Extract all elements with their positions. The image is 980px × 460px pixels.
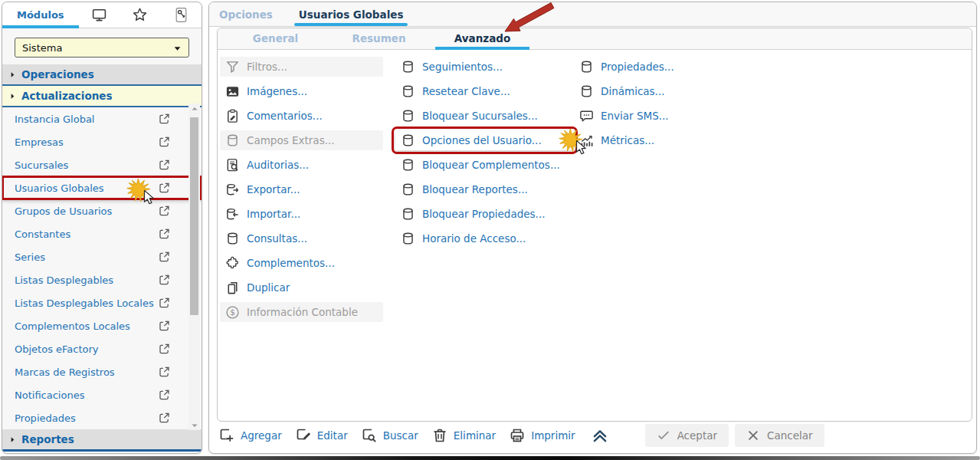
- printer-icon: [509, 427, 526, 444]
- database-icon: [225, 232, 240, 246]
- sidebar-section-header[interactable]: Operaciones: [2, 64, 202, 86]
- menu-item[interactable]: Campos Extras...: [220, 130, 383, 150]
- open-new-window-icon[interactable]: [158, 389, 171, 402]
- database-icon: [401, 60, 415, 74]
- caret-down-icon: [173, 44, 182, 52]
- menu-item[interactable]: Complementos...: [220, 253, 383, 273]
- sub-tab[interactable]: Resumen: [327, 28, 431, 49]
- sidebar-item-label: Marcas de Registros: [15, 366, 115, 378]
- sidebar-item[interactable]: Marcas de Registros: [2, 360, 202, 383]
- dialog-button[interactable]: Aceptar: [645, 424, 729, 447]
- sidebar-item[interactable]: Objetos eFactory: [2, 337, 202, 360]
- sidebar-item[interactable]: Instancia Global: [2, 107, 202, 130]
- open-new-window-icon[interactable]: [158, 274, 171, 287]
- sidebar-item[interactable]: Empresas: [2, 130, 202, 153]
- menu-item[interactable]: Auditorias...: [220, 155, 383, 175]
- open-new-window-icon[interactable]: [158, 412, 171, 425]
- menu-item[interactable]: Bloquear Reportes...: [395, 179, 533, 199]
- scroll-up-icon[interactable]: [188, 104, 200, 113]
- database-import-icon: [225, 207, 240, 222]
- sidebar-item[interactable]: Grupos de Usuarios: [2, 199, 202, 222]
- sidebar-item[interactable]: Series: [2, 245, 202, 268]
- sub-tab[interactable]: Avanzado: [431, 28, 534, 49]
- menu-item[interactable]: Importar...: [220, 204, 383, 224]
- bottom-toolbar: Agregar Editar Buscar Eliminar: [218, 423, 967, 448]
- section-label: Actualizaciones: [21, 90, 113, 102]
- sidebar-section-header[interactable]: Reportes: [2, 429, 202, 452]
- menu-item[interactable]: Bloquear Propiedades...: [395, 204, 550, 224]
- open-new-window-icon[interactable]: [158, 228, 171, 241]
- tab-modulos[interactable]: Módulos: [2, 2, 79, 28]
- sub-tab-strip: General Resumen Avanzado: [218, 28, 972, 50]
- menu-item[interactable]: $ Información Contable: [220, 302, 383, 322]
- main-tab[interactable]: Usuarios Globales: [299, 2, 404, 26]
- main-tab-strip: Opciones Usuarios Globales: [209, 2, 976, 27]
- main-tab[interactable]: Opciones: [219, 2, 273, 26]
- menu-item[interactable]: Resetear Clave...: [395, 81, 516, 101]
- open-new-window-icon[interactable]: [158, 343, 171, 356]
- menu-item[interactable]: Comentarios...: [220, 106, 383, 126]
- sidebar-item[interactable]: Sucursales: [2, 153, 202, 176]
- menu-item[interactable]: Imágenes...: [220, 81, 383, 101]
- open-new-window-icon[interactable]: [158, 297, 171, 310]
- menu-item-label: Opciones del Usuario...: [422, 134, 542, 146]
- dialog-button[interactable]: Cancelar: [735, 424, 824, 447]
- menu-item[interactable]: Duplicar: [220, 278, 383, 297]
- module-select[interactable]: Sistema: [15, 38, 189, 58]
- sidebar-item[interactable]: Usuarios Globales: [2, 176, 202, 199]
- sidebar-item[interactable]: Complementos Locales: [2, 314, 202, 337]
- sidebar-item-label: Series: [15, 251, 45, 263]
- open-new-window-icon[interactable]: [158, 136, 171, 149]
- sidebar-item[interactable]: Constantes: [2, 222, 202, 245]
- sidebar-sections: Operaciones Actualizaciones: [2, 64, 202, 107]
- menu-item-label: Métricas...: [601, 134, 654, 146]
- menu-item[interactable]: Opciones del Usuario...: [395, 130, 574, 150]
- toolbar-action[interactable]: Buscar: [361, 427, 418, 444]
- sidebar-item[interactable]: Propiedades: [2, 406, 202, 429]
- database-icon: [225, 133, 240, 148]
- toolbar-action[interactable]: Imprimir: [509, 427, 575, 444]
- triangle-right-icon: [9, 93, 16, 100]
- open-new-window-icon[interactable]: [158, 320, 171, 333]
- menu-column-1: Filtros... Imágenes... Comentarios...: [220, 57, 383, 327]
- monitor-icon[interactable]: [79, 2, 120, 28]
- open-new-window-icon[interactable]: [158, 366, 171, 379]
- menu-item[interactable]: Consultas...: [220, 228, 383, 248]
- menu-item-label: Duplicar: [247, 281, 290, 294]
- menu-item[interactable]: Seguimientos...: [395, 57, 508, 77]
- tab-modulos-label: Módulos: [17, 9, 64, 21]
- sidebar-scrollbar[interactable]: [188, 104, 200, 430]
- menu-item[interactable]: Dinámicas...: [574, 81, 670, 101]
- scrollbar-thumb[interactable]: [190, 117, 198, 315]
- chevron-double-up-icon[interactable]: [590, 426, 610, 445]
- menu-item[interactable]: Propiedades...: [574, 57, 680, 77]
- clipboard-pencil-icon: [225, 109, 240, 123]
- main-tab-label: Usuarios Globales: [299, 8, 404, 21]
- sidebar-item[interactable]: Notificaciones: [2, 383, 202, 406]
- toolbar-action-label: Buscar: [383, 429, 418, 442]
- menu-item[interactable]: Filtros...: [220, 57, 383, 77]
- menu-item[interactable]: Horario de Acceso...: [395, 228, 531, 248]
- dialog-button-label: Aceptar: [677, 429, 717, 442]
- key-icon[interactable]: [161, 2, 202, 28]
- open-new-window-icon[interactable]: [158, 113, 171, 126]
- menu-item[interactable]: Bloquear Complementos...: [395, 155, 565, 175]
- sub-tab[interactable]: General: [224, 28, 327, 49]
- open-new-window-icon[interactable]: [158, 159, 171, 172]
- scroll-down-icon[interactable]: [188, 420, 200, 430]
- star-icon[interactable]: [120, 2, 160, 28]
- sidebar-item[interactable]: Listas Desplegables Locales: [2, 291, 202, 314]
- menu-item-label: Horario de Acceso...: [422, 232, 526, 245]
- menu-item[interactable]: Exportar...: [220, 179, 383, 199]
- menu-item[interactable]: Bloquear Sucursales...: [395, 106, 543, 126]
- dollar-circle-icon: $: [225, 305, 240, 320]
- menu-item-label: Comentarios...: [247, 110, 323, 122]
- open-new-window-icon[interactable]: [158, 251, 171, 264]
- dialog-button-label: Cancelar: [767, 429, 813, 442]
- sidebar-item[interactable]: Listas Desplegables: [2, 268, 202, 291]
- toolbar-action[interactable]: Eliminar: [431, 427, 496, 444]
- menu-item[interactable]: Enviar SMS...: [574, 106, 674, 126]
- toolbar-action[interactable]: Editar: [295, 427, 348, 444]
- toolbar-action[interactable]: Agregar: [218, 427, 282, 444]
- sidebar-section-header[interactable]: Actualizaciones: [2, 86, 202, 107]
